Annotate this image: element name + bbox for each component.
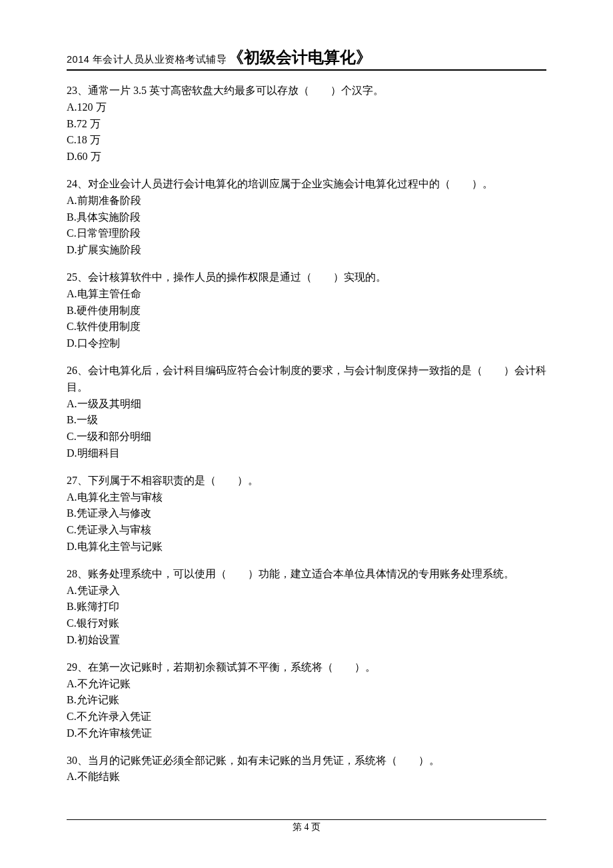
question-option: C.凭证录入与审核 <box>67 522 546 539</box>
question-text: 会计电算化后，会计科目编码应符合会计制度的要求，与会计制度保持一致指的是（ ）会… <box>67 365 546 393</box>
question-option: C.银行对账 <box>67 615 546 632</box>
question-number: 28、 <box>67 568 88 579</box>
question-option: A.电算化主管与审核 <box>67 489 546 506</box>
question-option: B.账簿打印 <box>67 599 546 615</box>
question-option: B.一级 <box>67 412 546 429</box>
question-text: 账务处理系统中，可以使用（ ）功能，建立适合本单位具体情况的专用账务处理系统。 <box>88 568 514 579</box>
question-30: 30、当月的记账凭证必须全部记账，如有未记账的当月凭证，系统将（ ）。 A.不能… <box>67 753 546 786</box>
question-stem: 25、会计核算软件中，操作人员的操作权限是通过（ ）实现的。 <box>67 269 546 286</box>
question-text: 当月的记账凭证必须全部记账，如有未记账的当月凭证，系统将（ ）。 <box>88 755 440 766</box>
question-option: A.前期准备阶段 <box>67 193 546 209</box>
question-option: C.不允许录入凭证 <box>67 709 546 725</box>
question-option: B.凭证录入与修改 <box>67 505 546 522</box>
question-option: C.一级和部分明细 <box>67 429 546 445</box>
question-stem: 29、在第一次记账时，若期初余额试算不平衡，系统将（ ）。 <box>67 659 546 676</box>
question-option: C.软件使用制度 <box>67 319 546 335</box>
question-option: D.口令控制 <box>67 335 546 352</box>
question-29: 29、在第一次记账时，若期初余额试算不平衡，系统将（ ）。 A.不允许记账 B.… <box>67 659 546 742</box>
question-23: 23、通常一片 3.5 英寸高密软盘大约最多可以存放（ ）个汉字。 A.120 … <box>67 83 546 165</box>
question-option: A.一级及其明细 <box>67 396 546 413</box>
question-text: 在第一次记账时，若期初余额试算不平衡，系统将（ ）。 <box>88 661 376 673</box>
question-stem: 23、通常一片 3.5 英寸高密软盘大约最多可以存放（ ）个汉字。 <box>67 83 546 99</box>
header-inner: 2014 年会计人员从业资格考试辅导 《初级会计电算化》 <box>67 47 546 68</box>
question-number: 26、 <box>67 365 88 376</box>
question-option: B.硬件使用制度 <box>67 303 546 319</box>
content-body: 23、通常一片 3.5 英寸高密软盘大约最多可以存放（ ）个汉字。 A.120 … <box>67 83 546 785</box>
question-option: A.电算主管任命 <box>67 286 546 303</box>
question-option: D.初始设置 <box>67 632 546 649</box>
page-footer: 第 4 页 <box>67 819 546 833</box>
question-option: B.允许记账 <box>67 692 546 709</box>
question-number: 24、 <box>67 178 88 189</box>
question-option: B.具体实施阶段 <box>67 209 546 226</box>
question-option: B.72 万 <box>67 116 546 133</box>
question-stem: 28、账务处理系统中，可以使用（ ）功能，建立适合本单位具体情况的专用账务处理系… <box>67 566 546 583</box>
question-option: D.明细科目 <box>67 445 546 462</box>
header-title: 《初级会计电算化》 <box>228 47 372 68</box>
question-option: D.扩展实施阶段 <box>67 242 546 259</box>
question-text: 会计核算软件中，操作人员的操作权限是通过（ ）实现的。 <box>88 271 386 283</box>
page-header: 2014 年会计人员从业资格考试辅导 《初级会计电算化》 <box>67 47 546 71</box>
question-option: D.电算化主管与记账 <box>67 539 546 555</box>
question-text: 通常一片 3.5 英寸高密软盘大约最多可以存放（ ）个汉字。 <box>88 85 384 96</box>
question-option: D.不允许审核凭证 <box>67 725 546 742</box>
question-stem: 27、下列属于不相容职责的是（ ）。 <box>67 473 546 489</box>
question-option: A.不能结账 <box>67 769 546 785</box>
footer-rule <box>67 819 546 820</box>
question-28: 28、账务处理系统中，可以使用（ ）功能，建立适合本单位具体情况的专用账务处理系… <box>67 566 546 649</box>
question-option: C.18 万 <box>67 132 546 149</box>
question-24: 24、对企业会计人员进行会计电算化的培训应属于企业实施会计电算化过程中的（ ）。… <box>67 176 546 259</box>
question-number: 25、 <box>67 271 88 283</box>
page-number: 第 4 页 <box>293 822 320 832</box>
question-26: 26、会计电算化后，会计科目编码应符合会计制度的要求，与会计制度保持一致指的是（… <box>67 363 546 462</box>
question-number: 23、 <box>67 85 88 96</box>
header-subtitle: 2014 年会计人员从业资格考试辅导 <box>67 53 227 66</box>
question-number: 29、 <box>67 661 88 673</box>
question-option: A.不允许记账 <box>67 676 546 693</box>
question-option: A.凭证录入 <box>67 583 546 599</box>
document-page: 2014 年会计人员从业资格考试辅导 《初级会计电算化》 23、通常一片 3.5… <box>0 0 613 868</box>
question-stem: 30、当月的记账凭证必须全部记账，如有未记账的当月凭证，系统将（ ）。 <box>67 753 546 769</box>
question-stem: 24、对企业会计人员进行会计电算化的培训应属于企业实施会计电算化过程中的（ ）。 <box>67 176 546 193</box>
question-27: 27、下列属于不相容职责的是（ ）。 A.电算化主管与审核 B.凭证录入与修改 … <box>67 473 546 555</box>
question-option: C.日常管理阶段 <box>67 225 546 242</box>
question-25: 25、会计核算软件中，操作人员的操作权限是通过（ ）实现的。 A.电算主管任命 … <box>67 269 546 352</box>
question-number: 30、 <box>67 755 88 766</box>
question-option: D.60 万 <box>67 149 546 165</box>
question-option: A.120 万 <box>67 99 546 116</box>
question-text: 对企业会计人员进行会计电算化的培训应属于企业实施会计电算化过程中的（ ）。 <box>88 178 493 189</box>
question-number: 27、 <box>67 475 88 486</box>
question-text: 下列属于不相容职责的是（ ）。 <box>88 475 259 486</box>
question-stem: 26、会计电算化后，会计科目编码应符合会计制度的要求，与会计制度保持一致指的是（… <box>67 363 546 396</box>
